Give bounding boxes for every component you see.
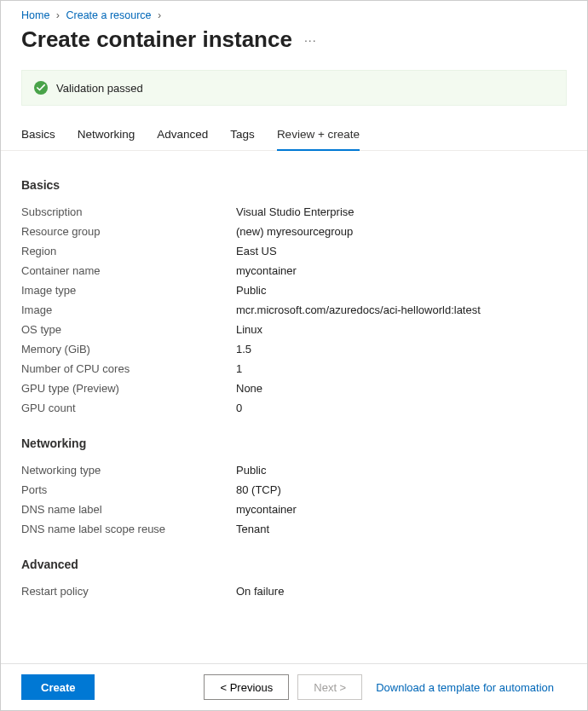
tab-bar: Basics Networking Advanced Tags Review +…: [1, 106, 587, 151]
validation-banner: Validation passed: [21, 70, 567, 106]
row-container-name: Container namemycontainer: [21, 261, 567, 280]
row-dns-name: DNS name labelmycontainer: [21, 500, 567, 519]
row-cpu-cores: Number of CPU cores1: [21, 359, 567, 379]
row-region: RegionEast US: [21, 241, 567, 261]
page-title: Create container instance: [21, 26, 292, 53]
breadcrumb-home[interactable]: Home: [21, 9, 49, 21]
footer-bar: Create < Previous Next > Download a temp…: [1, 663, 587, 710]
breadcrumb: Home › Create a resource ›: [1, 1, 587, 21]
review-content: Basics SubscriptionVisual Studio Enterpr…: [1, 151, 587, 678]
row-restart-policy: Restart policyOn failure: [21, 581, 567, 601]
row-os-type: OS typeLinux: [21, 320, 567, 339]
section-advanced-title: Advanced: [21, 558, 567, 571]
row-gpu-count: GPU count0: [21, 398, 567, 418]
row-image-type: Image typePublic: [21, 280, 567, 300]
tab-tags[interactable]: Tags: [230, 128, 255, 150]
row-networking-type: Networking typePublic: [21, 460, 567, 480]
row-subscription: SubscriptionVisual Studio Enterprise: [21, 202, 567, 222]
chevron-right-icon: ›: [158, 9, 161, 21]
row-ports: Ports80 (TCP): [21, 480, 567, 500]
tab-review-create[interactable]: Review + create: [277, 128, 360, 151]
tab-basics[interactable]: Basics: [21, 128, 55, 150]
create-button[interactable]: Create: [21, 674, 95, 700]
tab-advanced[interactable]: Advanced: [157, 128, 208, 150]
download-template-link[interactable]: Download a template for automation: [376, 681, 554, 694]
section-networking-title: Networking: [21, 436, 567, 450]
row-gpu-type: GPU type (Preview)None: [21, 379, 567, 398]
section-basics-title: Basics: [21, 178, 567, 192]
tab-networking[interactable]: Networking: [78, 128, 135, 150]
check-circle-icon: [34, 81, 48, 95]
row-image: Imagemcr.microsoft.com/azuredocs/aci-hel…: [21, 300, 567, 320]
breadcrumb-create-resource[interactable]: Create a resource: [66, 9, 151, 21]
next-button: Next >: [297, 674, 362, 700]
row-dns-scope: DNS name label scope reuseTenant: [21, 519, 567, 539]
row-resource-group: Resource group(new) myresourcegroup: [21, 222, 567, 241]
chevron-right-icon: ›: [56, 9, 60, 21]
row-memory: Memory (GiB)1.5: [21, 339, 567, 359]
previous-button[interactable]: < Previous: [204, 674, 289, 700]
more-menu-icon[interactable]: ···: [304, 33, 317, 47]
validation-text: Validation passed: [56, 82, 143, 95]
